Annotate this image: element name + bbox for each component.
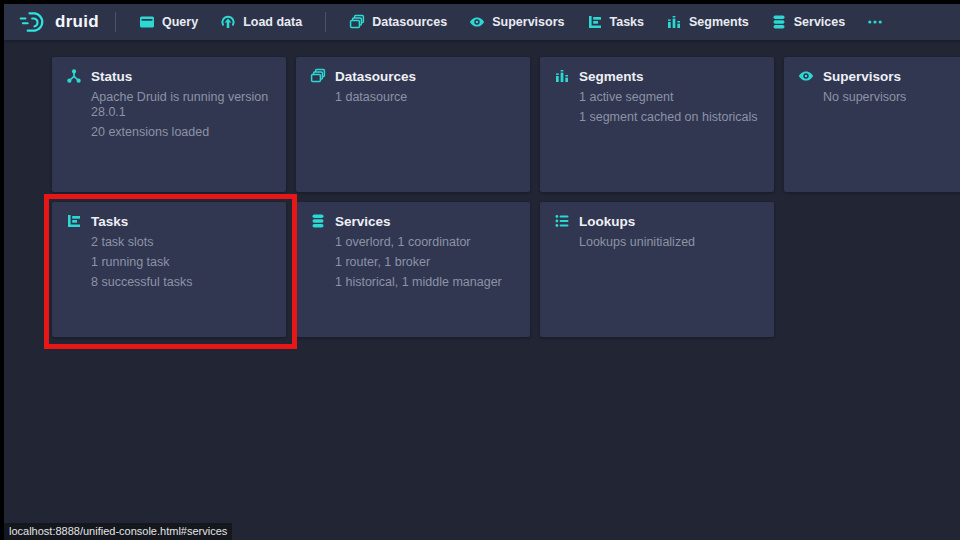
datasources-card[interactable]: Datasources1 datasource <box>296 57 530 192</box>
top-navbar: druid QueryLoad dataDatasourcesSuperviso… <box>4 4 960 40</box>
card-detail-line: 8 successful tasks <box>66 275 272 290</box>
card-detail-line: 1 running task <box>66 255 272 270</box>
eye-icon <box>798 68 814 84</box>
home-cards-grid: StatusApache Druid is running version 28… <box>52 57 960 337</box>
card-title: Datasources <box>335 69 416 84</box>
nav-item-datasources[interactable]: Datasources <box>338 4 458 40</box>
screen-frame-top <box>0 0 960 4</box>
list-properties-icon <box>554 213 570 229</box>
card-title: Lookups <box>579 214 635 229</box>
datasources-stack-icon <box>349 14 365 30</box>
card-detail-line: 20 extensions loaded <box>66 125 272 140</box>
eye-icon <box>469 14 485 30</box>
nav-item-segments[interactable]: Segments <box>655 4 760 40</box>
database-icon <box>771 14 787 30</box>
tasks-card[interactable]: Tasks2 task slots1 running task8 success… <box>52 202 286 337</box>
nav-item-label: Load data <box>243 15 302 29</box>
console-icon <box>139 14 155 30</box>
card-title: Services <box>335 214 391 229</box>
card-header: Services <box>310 213 516 229</box>
navbar-items: QueryLoad dataDatasourcesSupervisorsTask… <box>128 4 894 40</box>
card-detail-line: 1 segment cached on historicals <box>554 110 760 125</box>
status-card[interactable]: StatusApache Druid is running version 28… <box>52 57 286 192</box>
gantt-chart-icon <box>66 213 82 229</box>
card-detail-line: Apache Druid is running version 28.0.1 <box>66 90 272 120</box>
logo-text: druid <box>55 12 99 32</box>
card-detail-line: Lookups uninitialized <box>554 235 760 250</box>
card-header: Lookups <box>554 213 760 229</box>
card-header: Status <box>66 68 272 84</box>
bar-chart-icon <box>554 68 570 84</box>
upload-icon <box>220 14 236 30</box>
card-detail-line: 1 router, 1 broker <box>310 255 516 270</box>
nav-item-supervisors[interactable]: Supervisors <box>458 4 575 40</box>
supervisors-card[interactable]: SupervisorsNo supervisors <box>784 57 960 192</box>
nav-item-label: Tasks <box>610 15 645 29</box>
ellipsis-icon <box>867 14 883 30</box>
card-header: Segments <box>554 68 760 84</box>
segments-card[interactable]: Segments1 active segment1 segment cached… <box>540 57 774 192</box>
lookups-card[interactable]: LookupsLookups uninitialized <box>540 202 774 337</box>
nav-item-label: Query <box>162 15 198 29</box>
card-title: Status <box>91 69 132 84</box>
card-detail-line: 1 active segment <box>554 90 760 105</box>
navbar-divider <box>115 12 116 32</box>
nav-item-label: Datasources <box>372 15 447 29</box>
card-detail-line: 1 historical, 1 middle manager <box>310 275 516 290</box>
druid-logo-icon <box>18 10 48 34</box>
nav-item-load-data[interactable]: Load data <box>209 4 313 40</box>
nav-item-tasks[interactable]: Tasks <box>576 4 656 40</box>
card-title: Segments <box>579 69 644 84</box>
navbar-divider <box>325 12 326 32</box>
screen-frame-left <box>0 0 4 540</box>
nav-item-label: Segments <box>689 15 749 29</box>
gantt-chart-icon <box>587 14 603 30</box>
card-header: Supervisors <box>798 68 960 84</box>
nav-item-label: Services <box>794 15 845 29</box>
nav-item-more[interactable] <box>856 4 894 40</box>
datasources-stack-icon <box>310 68 326 84</box>
card-detail-line: 1 overlord, 1 coordinator <box>310 235 516 250</box>
card-title: Tasks <box>91 214 128 229</box>
bar-chart-icon <box>666 14 682 30</box>
druid-logo[interactable]: druid <box>14 10 103 34</box>
database-icon <box>310 213 326 229</box>
nav-item-label: Supervisors <box>492 15 564 29</box>
graph-icon <box>66 68 82 84</box>
card-title: Supervisors <box>823 69 901 84</box>
card-detail-line: 2 task slots <box>66 235 272 250</box>
card-detail-line: 1 datasource <box>310 90 516 105</box>
card-header: Tasks <box>66 213 272 229</box>
status-bar-url: localhost:8888/unified-console.html#serv… <box>4 523 232 540</box>
nav-item-query[interactable]: Query <box>128 4 209 40</box>
nav-item-services[interactable]: Services <box>760 4 856 40</box>
card-header: Datasources <box>310 68 516 84</box>
services-card[interactable]: Services1 overlord, 1 coordinator1 route… <box>296 202 530 337</box>
card-detail-line: No supervisors <box>798 90 960 105</box>
